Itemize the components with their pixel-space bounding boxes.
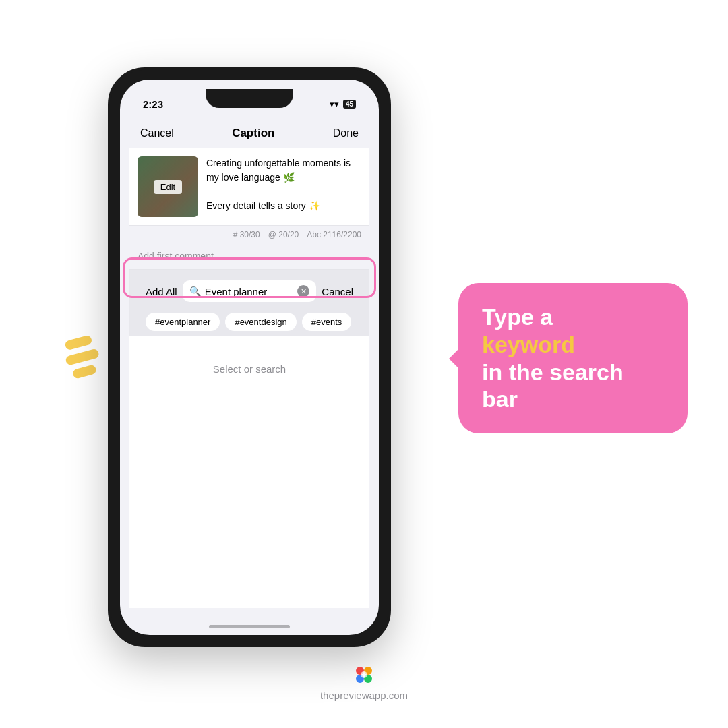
mention-count: @ 20/20	[268, 230, 299, 239]
hashtag-count: # 30/30	[233, 230, 260, 239]
bubble-text: Type a keyword in the search bar	[482, 303, 664, 413]
chip-0[interactable]: #eventplanner	[146, 313, 220, 331]
search-input[interactable]: Event planner	[205, 286, 294, 297]
post-preview: Edit Creating unforgettable moments is m…	[129, 148, 369, 226]
nav-title: Caption	[232, 127, 274, 140]
edit-button[interactable]: Edit	[154, 180, 182, 194]
post-image-overlay: Edit	[138, 156, 198, 217]
status-time: 2:23	[143, 98, 163, 110]
chip-1[interactable]: #eventdesign	[225, 313, 296, 331]
search-row: Add All 🔍 Event planner ✕ Cancel	[138, 275, 361, 307]
content-area: Edit Creating unforgettable moments is m…	[129, 148, 369, 608]
status-icons: ▾▾ 45	[330, 99, 356, 109]
comment-input-row: Add first comment	[129, 243, 369, 270]
char-count: Abc 2116/2200	[307, 230, 361, 239]
phone-shell: 2:23 ▾▾ 45 Cancel Caption Done Edit	[108, 67, 391, 647]
dash-2	[65, 348, 100, 365]
nav-cancel-button[interactable]: Cancel	[140, 127, 174, 140]
comment-placeholder[interactable]: Add first comment	[138, 251, 214, 262]
wifi-icon: ▾▾	[330, 99, 339, 109]
speech-bubble: Type a keyword in the search bar	[458, 283, 688, 433]
phone-screen: 2:23 ▾▾ 45 Cancel Caption Done Edit	[120, 80, 379, 635]
app-logo	[353, 664, 375, 686]
nav-bar: Cancel Caption Done	[129, 119, 369, 148]
footer-url: thepreviewapp.com	[320, 690, 408, 701]
home-indicator	[209, 625, 290, 628]
chip-2[interactable]: #events	[302, 313, 352, 331]
search-icon: 🔍	[189, 286, 201, 297]
stats-row: # 30/30 @ 20/20 Abc 2116/2200	[129, 226, 369, 243]
post-caption[interactable]: Creating unforgettable moments is my lov…	[206, 156, 361, 217]
search-cancel-button[interactable]: Cancel	[322, 286, 353, 297]
nav-done-button[interactable]: Done	[333, 127, 359, 140]
battery-badge: 45	[343, 100, 356, 109]
phone-notch	[206, 89, 293, 108]
footer: thepreviewapp.com	[0, 664, 728, 701]
add-all-button[interactable]: Add All	[146, 286, 177, 297]
chips-row: #eventplanner #eventdesign #events	[138, 307, 361, 336]
phone-mockup: 2:23 ▾▾ 45 Cancel Caption Done Edit	[108, 67, 391, 647]
search-input-container[interactable]: 🔍 Event planner ✕	[183, 280, 317, 302]
clear-search-button[interactable]: ✕	[297, 285, 309, 297]
hashtag-section: Add All 🔍 Event planner ✕ Cancel #eventp…	[129, 270, 369, 336]
post-image: Edit	[138, 156, 198, 217]
select-or-search: Select or search	[129, 336, 369, 402]
svg-point-4	[361, 671, 367, 678]
